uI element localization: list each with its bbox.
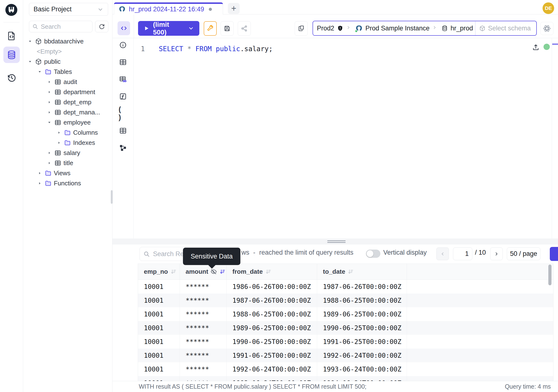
tree-item-public[interactable]: public (23, 56, 110, 67)
refresh-button[interactable] (95, 21, 108, 32)
column-header-amount[interactable]: amount (180, 264, 227, 279)
tree-item-views[interactable]: Views (23, 168, 110, 178)
tab-hr-prod[interactable]: hr_prod 2024-11-22 16:49 (114, 2, 223, 15)
table-cell[interactable]: 10001 (138, 376, 180, 381)
table-cell[interactable]: 1988-06-25T00:00:00Z (317, 294, 407, 307)
run-query-button[interactable]: (limit 500) (138, 21, 199, 36)
tree-item-salary[interactable]: salary (23, 148, 110, 158)
info-button[interactable] (119, 41, 127, 49)
sidebar-search[interactable] (29, 21, 92, 32)
instance-label[interactable]: Prod Sample Instance (366, 25, 430, 32)
tables-button[interactable] (119, 58, 127, 66)
table-cell[interactable]: 1993-06-24T00:00:00Z (317, 362, 407, 376)
tree-item-dept-mana[interactable]: dept_mana... (23, 107, 110, 117)
sort-icon[interactable] (347, 268, 354, 275)
sensitive-data-button[interactable] (119, 75, 127, 84)
procedures-button[interactable]: ( ) (119, 109, 127, 118)
connection-breadcrumb[interactable]: Prod2 Prod Sample Instance (313, 21, 537, 36)
sql-editor[interactable]: ( ) 1 SELECT * FROM public.salary; (113, 38, 558, 238)
table-cell[interactable]: 1988-06-25T00:00:00Z (227, 307, 317, 321)
admin-wrench-button[interactable] (204, 21, 217, 36)
table-cell[interactable]: ****** (180, 376, 227, 381)
batch-query-button[interactable] (295, 21, 308, 36)
tree-item-columns[interactable]: Columns (23, 127, 110, 138)
table-cell[interactable] (407, 362, 553, 376)
table-cell[interactable]: 10001 (138, 294, 180, 307)
table-cell[interactable]: 10001 (138, 348, 180, 362)
environment-label[interactable]: Prod2 (317, 25, 334, 32)
table-cell[interactable]: 1992-06-24T00:00:00Z (317, 348, 407, 362)
table-cell[interactable] (407, 348, 553, 362)
tree-item-employee[interactable]: employee (23, 117, 110, 127)
caret-right-icon[interactable] (37, 180, 43, 186)
sidebar-item-database[interactable] (3, 47, 20, 63)
table-cell[interactable]: 1990-06-25T00:00:00Z (227, 335, 317, 348)
table-cell[interactable] (407, 376, 553, 381)
database-label[interactable]: hr_prod (451, 25, 473, 32)
sql-code[interactable]: SELECT * FROM public.salary; (159, 44, 273, 54)
table-cell[interactable]: 1987-06-26T00:00:00Z (227, 294, 317, 307)
tree-item-dept-emp[interactable]: dept_emp (23, 97, 110, 107)
caret-right-icon[interactable] (46, 109, 52, 115)
sidebar-resize-handle[interactable] (111, 190, 113, 204)
table-cell[interactable] (407, 307, 553, 321)
caret-right-icon[interactable] (56, 130, 62, 135)
table-cell[interactable]: 1986-06-26T00:00:00Z (227, 280, 317, 294)
save-button[interactable] (221, 21, 234, 36)
page-size-select[interactable]: 50 / page (507, 247, 541, 260)
table-cell[interactable]: 1987-06-26T00:00:00Z (317, 280, 407, 294)
tree-item-bbdataarchive[interactable]: bbdataarchive (23, 36, 110, 46)
tree-item-indexes[interactable]: Indexes (23, 138, 110, 148)
table-cell[interactable]: ****** (180, 280, 227, 294)
table-cell[interactable]: ****** (180, 348, 227, 362)
page-number-input[interactable] (453, 248, 472, 260)
sql-mode-button[interactable] (118, 21, 130, 35)
external-tables-button[interactable] (119, 126, 127, 135)
table-cell[interactable]: ****** (180, 294, 227, 307)
caret-right-icon[interactable] (56, 140, 62, 146)
tree-item-audit[interactable]: audit (23, 77, 110, 87)
vertical-display-toggle[interactable] (366, 250, 380, 258)
caret-right-icon[interactable] (37, 170, 43, 176)
caret-down-icon[interactable] (46, 120, 52, 125)
select-schema-button[interactable]: Select schema (475, 21, 536, 35)
schema-diagram-button[interactable] (119, 143, 127, 152)
table-cell[interactable]: 1994-06-24T00:00:00Z (317, 376, 407, 381)
panel-resize-handle[interactable] (113, 238, 558, 244)
table-cell[interactable]: 1991-06-25T00:00:00Z (317, 335, 407, 348)
ai-assistant-button[interactable] (541, 22, 553, 35)
functions-button[interactable] (119, 92, 127, 101)
caret-right-icon[interactable] (46, 79, 52, 85)
table-cell[interactable]: 1989-06-25T00:00:00Z (227, 321, 317, 335)
caret-right-icon[interactable] (46, 150, 52, 156)
breadcrumb[interactable]: Prod2 Prod Sample Instance (313, 21, 475, 35)
chevron-down-icon[interactable] (188, 25, 194, 31)
table-cell[interactable]: 10001 (138, 321, 180, 335)
column-header-emp_no[interactable]: emp_no (138, 264, 180, 279)
sort-icon[interactable] (219, 268, 226, 275)
share-button[interactable] (238, 21, 251, 36)
table-cell[interactable]: ****** (180, 362, 227, 376)
next-page-button[interactable] (490, 247, 503, 260)
eye-off-icon[interactable] (210, 268, 217, 275)
table-cell[interactable]: 1993-06-24T00:00:00Z (227, 376, 317, 381)
export-button[interactable] (550, 247, 558, 261)
caret-right-icon[interactable] (46, 160, 52, 166)
caret-down-icon[interactable] (27, 59, 33, 64)
table-cell[interactable]: 1989-06-25T00:00:00Z (317, 307, 407, 321)
table-cell[interactable]: 10001 (138, 335, 180, 348)
table-cell[interactable]: 1992-06-24T00:00:00Z (227, 362, 317, 376)
caret-down-icon[interactable] (37, 69, 43, 75)
tree-item-functions[interactable]: Functions (23, 178, 110, 188)
sidebar-item-worksheet[interactable] (3, 28, 20, 44)
table-cell[interactable] (407, 321, 553, 335)
tree-item-department[interactable]: department (23, 87, 110, 97)
tree-item-title[interactable]: title (23, 158, 110, 168)
table-cell[interactable]: ****** (180, 307, 227, 321)
sort-icon[interactable] (265, 268, 271, 275)
column-header-to_date[interactable]: to_date (317, 264, 407, 279)
table-cell[interactable]: ****** (180, 335, 227, 348)
table-cell[interactable]: 1990-06-25T00:00:00Z (317, 321, 407, 335)
table-cell[interactable] (407, 294, 553, 307)
table-cell[interactable]: ****** (180, 321, 227, 335)
